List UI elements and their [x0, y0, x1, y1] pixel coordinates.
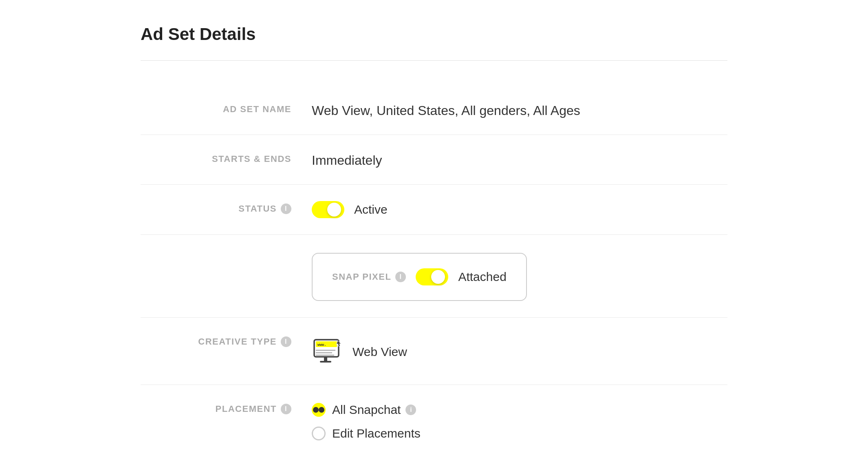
status-toggle-container: Active	[312, 201, 727, 218]
snap-pixel-inline-label: SNAP PIXEL i	[332, 272, 406, 282]
placement-value: All Snapchat i Edit Placements	[312, 401, 727, 440]
snap-pixel-value: SNAP PIXEL i Attached	[312, 251, 727, 301]
ad-set-name-label: AD SET NAME	[141, 102, 312, 115]
all-snapchat-info-icon[interactable]: i	[405, 405, 416, 415]
edit-placements-radio[interactable]	[312, 427, 326, 440]
snap-pixel-toggle-container: Attached	[416, 268, 506, 285]
status-toggle-thumb	[327, 203, 341, 217]
section-divider	[141, 60, 727, 61]
status-row: STATUS i Active	[141, 185, 727, 235]
ad-set-name-value: Web View, United States, All genders, Al…	[312, 102, 727, 118]
snap-pixel-toggle-label: Attached	[458, 270, 506, 284]
all-snapchat-radio[interactable]	[312, 403, 326, 417]
status-toggle-label: Active	[354, 203, 388, 217]
starts-ends-value: Immediately	[312, 151, 727, 168]
status-info-icon[interactable]: i	[281, 203, 291, 214]
all-snapchat-label: All Snapchat	[332, 403, 401, 417]
placement-option-all-snapchat[interactable]: All Snapchat i	[312, 403, 727, 417]
placement-row: PLACEMENT i All Snapchat i	[141, 385, 727, 457]
svg-text:www.: www.	[317, 343, 326, 347]
svg-rect-7	[320, 361, 331, 363]
all-snapchat-label-row: All Snapchat i	[332, 403, 416, 417]
placement-info-icon[interactable]: i	[281, 404, 291, 414]
snap-pixel-row: SNAP PIXEL i Attached	[141, 235, 727, 318]
creative-type-info-icon[interactable]: i	[281, 336, 291, 347]
creative-type-text: Web View	[352, 345, 407, 359]
snap-pixel-toggle[interactable]	[416, 268, 448, 285]
status-label: STATUS i	[141, 201, 312, 214]
ad-set-form: AD SET NAME Web View, United States, All…	[141, 85, 727, 457]
starts-ends-row: STARTS & ENDS Immediately	[141, 135, 727, 185]
status-toggle[interactable]	[312, 201, 344, 218]
snap-pixel-box: SNAP PIXEL i Attached	[312, 253, 527, 301]
ad-set-name-row: AD SET NAME Web View, United States, All…	[141, 85, 727, 135]
creative-type-label: CREATIVE TYPE i	[141, 334, 312, 347]
web-view-icon: www.	[312, 336, 344, 368]
placement-label: PLACEMENT i	[141, 401, 312, 414]
edit-placements-label: Edit Placements	[332, 427, 421, 440]
placement-option-edit-placements[interactable]: Edit Placements	[312, 427, 727, 440]
snap-pixel-info-icon[interactable]: i	[395, 272, 406, 282]
status-value: Active	[312, 201, 727, 218]
page-title: Ad Set Details	[141, 24, 727, 44]
snap-pixel-label-spacer	[141, 251, 312, 259]
starts-ends-label: STARTS & ENDS	[141, 151, 312, 164]
creative-type-row: CREATIVE TYPE i www.	[141, 318, 727, 385]
placement-options: All Snapchat i Edit Placements	[312, 403, 727, 440]
creative-type-value: www. Web View	[312, 334, 727, 368]
creative-type-container: www. Web View	[312, 336, 727, 368]
